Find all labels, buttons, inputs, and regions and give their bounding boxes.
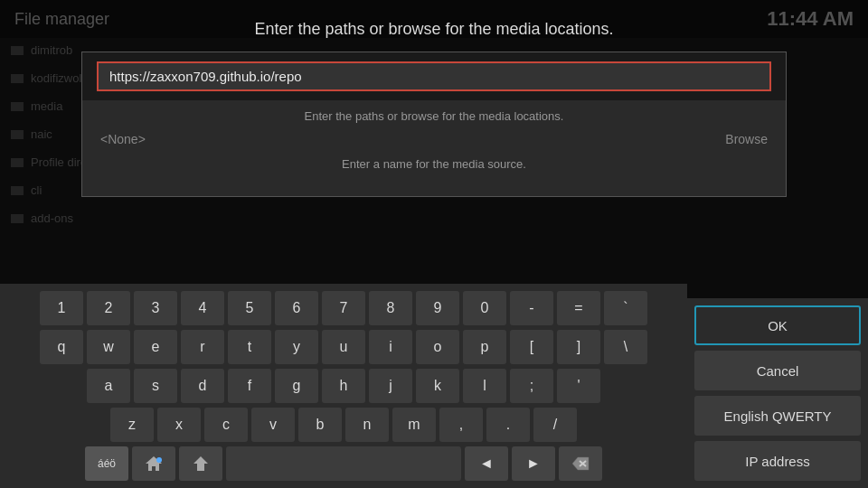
key-backtick[interactable]: ` xyxy=(604,291,647,325)
key-l[interactable]: l xyxy=(463,369,506,403)
key-slash[interactable]: / xyxy=(533,408,577,442)
key-n[interactable]: n xyxy=(345,408,389,442)
key-h[interactable]: h xyxy=(322,369,365,403)
key-period[interactable]: . xyxy=(486,408,530,442)
browse-button[interactable]: Browse xyxy=(725,132,768,146)
key-7[interactable]: 7 xyxy=(322,291,365,325)
ip-address-button[interactable]: IP address xyxy=(694,441,861,481)
name-label: Enter a name for the media source. xyxy=(100,157,768,171)
key-o[interactable]: o xyxy=(416,330,459,364)
key-8[interactable]: 8 xyxy=(369,291,412,325)
key-6[interactable]: 6 xyxy=(275,291,318,325)
url-input-row xyxy=(82,52,786,100)
right-arrow-key[interactable]: ► xyxy=(512,446,555,481)
cancel-button[interactable]: Cancel xyxy=(694,351,861,390)
keyboard-area: 1 2 3 4 5 6 7 8 9 0 - = ` q w e r t y u … xyxy=(0,284,687,488)
key-rbracket[interactable]: ] xyxy=(557,330,600,364)
key-q[interactable]: q xyxy=(40,330,83,364)
key-w[interactable]: w xyxy=(87,330,130,364)
right-buttons-panel: OK Cancel English QWERTY IP address xyxy=(687,298,868,488)
backspace-key[interactable] xyxy=(559,446,602,481)
keyboard-row-asdf: a s d f g h j k l ; ' xyxy=(9,369,678,403)
layout-button[interactable]: English QWERTY xyxy=(694,396,861,436)
key-5[interactable]: 5 xyxy=(228,291,271,325)
keyboard-row-numbers: 1 2 3 4 5 6 7 8 9 0 - = ` xyxy=(9,291,678,325)
key-b[interactable]: b xyxy=(298,408,342,442)
key-t[interactable]: t xyxy=(228,330,271,364)
key-j[interactable]: j xyxy=(369,369,412,403)
url-input[interactable] xyxy=(97,61,771,91)
key-equals[interactable]: = xyxy=(557,291,600,325)
key-lbracket[interactable]: [ xyxy=(510,330,553,364)
key-0[interactable]: 0 xyxy=(463,291,506,325)
left-arrow-key[interactable]: ◄ xyxy=(465,446,508,481)
key-m[interactable]: m xyxy=(392,408,436,442)
key-f[interactable]: f xyxy=(228,369,271,403)
key-c[interactable]: c xyxy=(204,408,248,442)
key-r[interactable]: r xyxy=(181,330,224,364)
key-a[interactable]: a xyxy=(87,369,130,403)
key-y[interactable]: y xyxy=(275,330,318,364)
source-none-label: <None> xyxy=(100,132,146,146)
key-1[interactable]: 1 xyxy=(40,291,83,325)
key-u[interactable]: u xyxy=(322,330,365,364)
key-semicolon[interactable]: ; xyxy=(510,369,553,403)
source-row: <None> Browse xyxy=(82,128,786,150)
name-row: Enter a name for the media source. xyxy=(82,150,786,178)
key-v[interactable]: v xyxy=(251,408,295,442)
key-4[interactable]: 4 xyxy=(181,291,224,325)
keyboard-row-zxcv: z x c v b n m , . / xyxy=(9,408,678,442)
backspace-icon xyxy=(571,455,590,472)
key-s[interactable]: s xyxy=(134,369,177,403)
ok-button[interactable]: OK xyxy=(694,305,861,345)
key-x[interactable]: x xyxy=(157,408,201,442)
accent-key[interactable]: áéö xyxy=(85,446,128,481)
key-g[interactable]: g xyxy=(275,369,318,403)
key-3[interactable]: 3 xyxy=(134,291,177,325)
key-dash[interactable]: - xyxy=(510,291,553,325)
spacebar-key[interactable] xyxy=(226,446,461,481)
key-p[interactable]: p xyxy=(463,330,506,364)
key-backslash[interactable]: \ xyxy=(604,330,647,364)
keyboard-row-qwerty: q w e r t y u i o p [ ] \ xyxy=(9,330,678,364)
dialog-subtitle: Enter the paths or browse for the media … xyxy=(82,100,786,128)
dialog-box: Enter the paths or browse for the media … xyxy=(81,52,787,197)
shift-icon xyxy=(191,454,211,474)
key-z[interactable]: z xyxy=(110,408,154,442)
key-d[interactable]: d xyxy=(181,369,224,403)
home-key[interactable] xyxy=(132,446,175,481)
svg-marker-2 xyxy=(193,456,208,471)
dialog-title: Enter the paths or browse for the media … xyxy=(254,20,613,39)
svg-point-1 xyxy=(156,457,162,463)
keyboard-bottom-row: áéö ◄ ► xyxy=(9,446,678,481)
key-comma[interactable]: , xyxy=(439,408,483,442)
key-k[interactable]: k xyxy=(416,369,459,403)
key-quote[interactable]: ' xyxy=(557,369,600,403)
home-icon xyxy=(144,454,164,474)
key-e[interactable]: e xyxy=(134,330,177,364)
key-i[interactable]: i xyxy=(369,330,412,364)
key-2[interactable]: 2 xyxy=(87,291,130,325)
key-9[interactable]: 9 xyxy=(416,291,459,325)
shift-key[interactable] xyxy=(179,446,222,481)
